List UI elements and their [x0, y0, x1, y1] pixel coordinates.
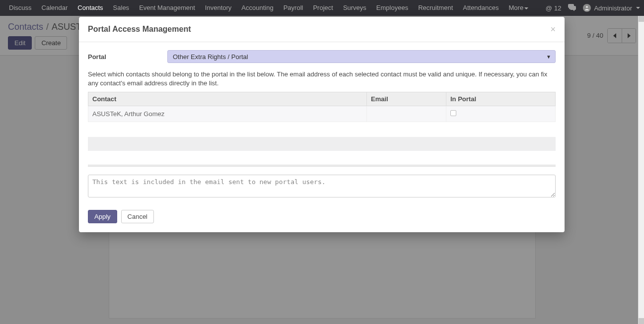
mentions-count: 12 — [554, 4, 561, 12]
table-row: ASUSTeK, Arthur Gomez — [88, 106, 556, 122]
close-icon[interactable]: × — [550, 25, 556, 34]
nav-item-surveys[interactable]: Surveys — [338, 0, 371, 16]
nav-item-inventory[interactable]: Inventory — [200, 0, 236, 16]
nav-right: @ 12 Administrator — [546, 4, 640, 12]
table-footer-spacer — [88, 137, 556, 151]
cell-in-portal — [446, 106, 556, 122]
cell-contact: ASUSTeK, Arthur Gomez — [88, 106, 367, 122]
nav-item-event-management[interactable]: Event Management — [134, 0, 200, 16]
svg-point-0 — [586, 6, 588, 8]
cancel-button[interactable]: Cancel — [121, 210, 154, 223]
chat-icon[interactable] — [568, 4, 576, 12]
nav-item-attendances[interactable]: Attendances — [458, 0, 503, 16]
modal-footer: Apply Cancel — [79, 203, 565, 232]
scroll-up-button[interactable] — [639, 16, 644, 22]
modal-body: Portal Other Extra Rights / Portal Selec… — [79, 42, 565, 203]
cell-email[interactable] — [367, 106, 446, 122]
nav-item-discuss[interactable]: Discuss — [4, 0, 37, 16]
modal-header: Portal Access Management × — [79, 17, 565, 42]
nav-left: Discuss Calendar Contacts Sales Event Ma… — [4, 0, 533, 16]
scroll-down-button[interactable] — [639, 318, 644, 324]
modal-title: Portal Access Management — [88, 25, 191, 34]
th-contact: Contact — [88, 92, 367, 106]
user-name: Administrator — [594, 4, 632, 12]
nav-item-more[interactable]: More — [504, 0, 534, 16]
contacts-table: Contact Email In Portal ASUSTeK, Arthur … — [88, 92, 556, 122]
nav-item-calendar[interactable]: Calendar — [37, 0, 73, 16]
help-text: Select which contacts should belong to t… — [88, 70, 556, 88]
chevron-down-icon — [636, 7, 640, 9]
chevron-down-icon — [524, 7, 528, 9]
user-menu[interactable]: Administrator — [583, 4, 640, 12]
top-navbar: Discuss Calendar Contacts Sales Event Ma… — [0, 0, 644, 16]
at-icon: @ — [546, 4, 552, 12]
nav-item-payroll[interactable]: Payroll — [279, 0, 308, 16]
nav-item-project[interactable]: Project — [308, 0, 338, 16]
section-separator — [88, 165, 556, 167]
in-portal-checkbox[interactable] — [450, 110, 456, 116]
nav-item-sales[interactable]: Sales — [108, 0, 135, 16]
portal-select[interactable]: Other Extra Rights / Portal — [167, 50, 556, 63]
portal-access-modal: Portal Access Management × Portal Other … — [79, 17, 565, 232]
mentions-badge[interactable]: @ 12 — [546, 4, 562, 12]
apply-button[interactable]: Apply — [88, 210, 117, 223]
welcome-message-textarea[interactable] — [88, 175, 556, 197]
nav-item-more-label: More — [509, 4, 524, 11]
portal-select-value: Other Extra Rights / Portal — [173, 53, 248, 61]
portal-field-label: Portal — [88, 53, 167, 61]
nav-item-accounting[interactable]: Accounting — [236, 0, 278, 16]
nav-item-recruitment[interactable]: Recruitment — [413, 0, 458, 16]
th-in-portal: In Portal — [446, 92, 556, 106]
vertical-scrollbar[interactable] — [638, 16, 644, 324]
avatar — [583, 4, 591, 12]
th-email: Email — [367, 92, 446, 106]
nav-item-employees[interactable]: Employees — [371, 0, 413, 16]
nav-item-contacts[interactable]: Contacts — [72, 0, 108, 16]
